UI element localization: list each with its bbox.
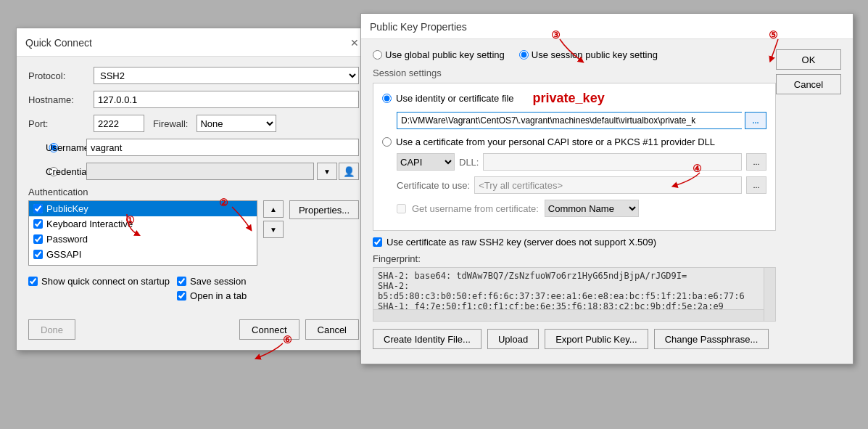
auth-section-label: Authentication <box>28 187 359 197</box>
export-pubkey-button[interactable]: Export Public Key... <box>545 329 648 349</box>
protocol-label: Protocol: <box>28 70 94 81</box>
save-session-label: Save session <box>190 276 246 287</box>
port-input[interactable] <box>94 115 144 132</box>
save-session-checkbox[interactable] <box>177 277 186 286</box>
save-session-row: Save session <box>177 276 247 287</box>
open-in-tab-checkbox[interactable] <box>177 291 186 301</box>
fingerprint-section: Fingerprint: SHA-2: base64: tdWAw7BQ7/Zs… <box>373 253 776 322</box>
use-global-option: Use global public key setting <box>373 49 505 60</box>
use-identity-label: Use identity or certificate file <box>396 93 514 104</box>
properties-button[interactable]: Properties... <box>289 200 359 219</box>
quick-connect-dialog: Quick Connect ✕ Protocol: SSH2 Hostname:… <box>16 28 371 351</box>
hostname-input[interactable] <box>94 91 359 108</box>
auth-checkbox-publickey[interactable] <box>33 204 43 213</box>
username-input[interactable] <box>86 139 359 156</box>
common-name-select[interactable]: Common Name <box>545 200 639 217</box>
pubkey-body: Use global public key setting Use sessio… <box>361 39 853 364</box>
auth-label-gssapi: GSSAPI <box>46 249 81 260</box>
open-in-tab-row: Open in a tab <box>177 290 247 301</box>
annotation-2-arrow <box>225 207 268 236</box>
capi-row: CAPI DLL: ... <box>397 153 766 171</box>
dll-input[interactable] <box>483 153 742 171</box>
session-settings-label: Session settings <box>373 68 776 78</box>
auth-item-gssapi[interactable]: GSSAPI <box>29 247 257 262</box>
raw-ssh-row: Use certificate as raw SSH2 key (server … <box>373 237 776 248</box>
upload-button[interactable]: Upload <box>487 329 539 349</box>
use-cert-radio[interactable] <box>382 137 392 147</box>
file-browse-button[interactable]: ... <box>745 112 766 129</box>
auth-label-password: Password <box>46 234 88 245</box>
username-row: Username: <box>28 139 359 156</box>
dll-label: DLL: <box>459 157 479 168</box>
quick-connect-title: Quick Connect <box>25 37 92 49</box>
create-identity-button[interactable]: Create Identity File... <box>373 329 481 349</box>
show-quick-connect-checkbox[interactable] <box>28 277 38 286</box>
fingerprint-label: Fingerprint: <box>373 253 776 264</box>
use-global-label: Use global public key setting <box>385 49 505 60</box>
pubkey-title: Public Key Properties <box>370 21 467 33</box>
auth-checkbox-password[interactable] <box>33 234 43 244</box>
fingerprint-line-1: SHA-2: base64: tdWAw7BQ7/ZsNzfuoW7o6rz1H… <box>378 271 771 281</box>
fingerprint-hscrollbar[interactable] <box>373 309 764 321</box>
checkbox-cols: Show quick connect on startup Save sessi… <box>28 276 359 305</box>
quick-connect-titlebar: Quick Connect ✕ <box>17 28 371 57</box>
capi-select[interactable]: CAPI <box>397 153 455 171</box>
cert-radio-row: Use a certificate from your personal CAP… <box>382 136 766 147</box>
credentials-browse-button[interactable]: ▼ <box>317 163 337 180</box>
file-path-row: ... <box>397 112 766 129</box>
done-button[interactable]: Done <box>28 319 75 340</box>
auth-content: PublicKey Keyboard Interactive Password <box>28 200 359 266</box>
bottom-checkboxes: Show quick connect on startup Save sessi… <box>28 276 359 305</box>
auth-label-keyboard: Keyboard Interactive <box>46 218 133 229</box>
private-key-annotation: private_key <box>533 91 605 106</box>
annotation-1-arrow <box>123 214 152 240</box>
auth-checkbox-keyboard[interactable] <box>33 219 43 229</box>
protocol-select[interactable]: SSH2 <box>94 67 359 84</box>
right-checkboxes: Save session Open in a tab <box>177 276 247 305</box>
footer-left: Done <box>28 319 75 340</box>
get-username-label: Get username from certificate: <box>412 203 539 214</box>
open-in-tab-label: Open in a tab <box>190 290 247 301</box>
raw-ssh-label: Use certificate as raw SSH2 key (server … <box>387 237 656 248</box>
show-quick-connect-label: Show quick connect on startup <box>41 276 170 287</box>
show-quick-connect-row: Show quick connect on startup <box>28 276 170 287</box>
cert-to-use-label: Certificate to use: <box>397 180 470 191</box>
annotation-6-arrow <box>279 343 308 365</box>
quick-connect-close-button[interactable]: ✕ <box>347 36 362 50</box>
pubkey-titlebar: Public Key Properties <box>361 14 853 39</box>
credentials-label: Credentials: <box>33 166 83 177</box>
raw-ssh-checkbox[interactable] <box>373 237 382 247</box>
quick-connect-body: Protocol: SSH2 Hostname: Port: Firewall:… <box>17 57 371 350</box>
username-label: Username: <box>33 142 83 153</box>
change-passphrase-button[interactable]: Change Passphrase... <box>654 329 769 349</box>
annotation-5-arrow <box>767 39 796 68</box>
get-username-row: Get username from certificate: Common Na… <box>397 200 766 217</box>
cancel-button[interactable]: Cancel <box>305 319 359 340</box>
fingerprint-vscrollbar[interactable] <box>764 268 775 321</box>
hostname-label: Hostname: <box>28 94 94 105</box>
cert-browse-button[interactable]: ... <box>746 176 766 194</box>
quick-connect-footer: Done Connect Cancel <box>28 314 359 340</box>
hostname-row: Hostname: <box>28 91 359 108</box>
auth-checkbox-gssapi[interactable] <box>33 250 43 259</box>
credentials-manage-button[interactable]: 👤 <box>339 163 359 180</box>
fingerprint-line-2: SHA-2: b5:d5:80:c3:b0:50:ef:f6:6c:37:37:… <box>378 281 771 301</box>
pubkey-main-content: Use global public key setting Use sessio… <box>373 49 776 354</box>
fingerprint-box: SHA-2: base64: tdWAw7BQ7/ZsNzfuoW7o6rz1H… <box>373 267 776 322</box>
auth-section: Authentication PublicKey Keyboard Intera… <box>28 187 359 266</box>
use-session-radio[interactable] <box>519 50 529 60</box>
use-identity-radio[interactable] <box>382 94 392 103</box>
port-label: Port: <box>28 118 94 129</box>
file-path-input[interactable] <box>397 112 742 129</box>
use-cert-label: Use a certificate from your personal CAP… <box>396 136 715 147</box>
use-global-radio[interactable] <box>373 50 382 60</box>
use-identity-row: Use identity or certificate file private… <box>382 91 766 106</box>
annotation-3-arrow <box>553 39 611 68</box>
dll-browse-button[interactable]: ... <box>746 153 766 171</box>
pubkey-cancel-button[interactable]: Cancel <box>776 74 841 94</box>
get-username-checkbox[interactable] <box>397 204 406 213</box>
firewall-select[interactable]: None <box>197 115 276 132</box>
action-buttons: Create Identity File... Upload Export Pu… <box>373 329 776 349</box>
auth-label-publickey: PublicKey <box>46 203 88 214</box>
credentials-input[interactable] <box>86 163 314 180</box>
